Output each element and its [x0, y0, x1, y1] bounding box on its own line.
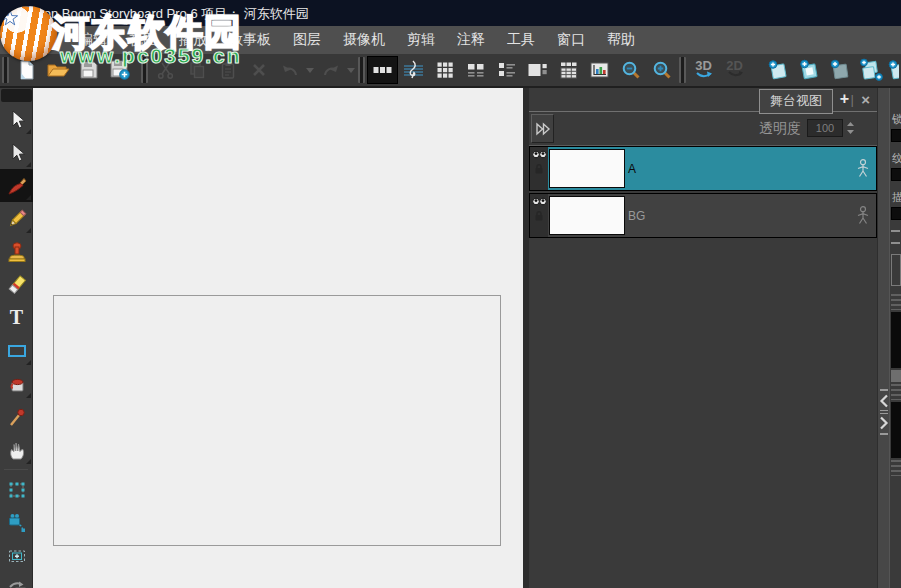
menu-tools[interactable]: 工具 — [498, 27, 544, 53]
close-view-button[interactable]: × — [861, 91, 870, 108]
save-button[interactable] — [73, 56, 104, 84]
pencil-tool-button[interactable] — [0, 202, 33, 235]
hand-tool-button[interactable] — [0, 433, 33, 466]
menu-captions[interactable]: 注释 — [448, 27, 494, 53]
dropper-icon — [6, 406, 28, 428]
menu-clips[interactable]: 剪辑 — [398, 27, 444, 53]
lock-icon[interactable] — [533, 163, 545, 175]
menu-window[interactable]: 窗口 — [548, 27, 594, 53]
tab-stage-view[interactable]: 舞台视图 — [759, 89, 833, 114]
undo-button[interactable] — [274, 56, 305, 84]
menu-play[interactable]: 播放 — [170, 27, 216, 53]
paint-bucket-icon — [6, 373, 28, 395]
paste-button[interactable] — [212, 56, 243, 84]
opacity-input[interactable] — [807, 119, 843, 137]
thumbnails-captions-view-button[interactable] — [460, 56, 491, 84]
list-view-button[interactable] — [491, 56, 522, 84]
menu-storyboard[interactable]: 故事板 — [220, 27, 280, 53]
duplicate-panels-button[interactable] — [855, 56, 886, 84]
paint-tool-button[interactable] — [0, 367, 33, 400]
delete-button[interactable] — [243, 56, 274, 84]
zoom-out-button[interactable] — [615, 56, 646, 84]
create-layer-on-surface-tool-button[interactable] — [0, 539, 33, 572]
pose-character-icon[interactable] — [850, 194, 876, 237]
text-tool-button[interactable]: T — [0, 301, 33, 334]
toolbar-handle[interactable] — [2, 57, 9, 83]
open-project-button[interactable] — [42, 56, 73, 84]
zoom-in-button[interactable] — [646, 56, 677, 84]
clipped-divider — [891, 242, 900, 244]
cut-icon — [156, 60, 175, 80]
new-project-button[interactable] — [11, 56, 42, 84]
timeline-view-button[interactable] — [398, 56, 429, 84]
undo-dropdown-button[interactable] — [305, 56, 315, 84]
toolbar-separator — [141, 57, 148, 83]
pose-character-icon[interactable] — [850, 147, 876, 190]
layer-name[interactable]: A — [625, 147, 850, 190]
chevron-right-icon — [879, 416, 889, 430]
layer-thumbnail[interactable] — [549, 196, 625, 235]
camera-tool-button[interactable] — [0, 506, 33, 539]
clipped-value-swatch[interactable] — [891, 168, 901, 181]
add-transition-button[interactable] — [886, 56, 899, 84]
thumbnails-view-button[interactable] — [367, 56, 398, 84]
tools-toolbar: T — [0, 88, 33, 588]
reposition-layer-tool-button[interactable] — [0, 572, 33, 588]
eraser-tool-button[interactable] — [0, 268, 33, 301]
clipped-value-swatch[interactable] — [891, 129, 901, 142]
toolbar-drag-handle[interactable] — [1, 89, 32, 102]
right-panel-splitter[interactable] — [877, 88, 889, 588]
tool-properties-panel-clipped: 锁 纹 描 — [889, 88, 901, 588]
clipped-preview-swatch[interactable] — [891, 402, 901, 458]
layer-name[interactable]: BG — [625, 194, 850, 237]
visibility-eyes-icon[interactable] — [532, 197, 547, 206]
save-all-button[interactable] — [104, 56, 135, 84]
collapse-right-button[interactable] — [878, 416, 889, 430]
dropdown-caret-icon — [306, 68, 314, 73]
menu-file[interactable]: 文件 — [20, 27, 66, 53]
clipped-value-swatch[interactable] — [891, 207, 901, 220]
chart-view-button[interactable] — [584, 56, 615, 84]
spreadsheet-view-button[interactable] — [553, 56, 584, 84]
clipped-scroll-handle[interactable] — [891, 370, 901, 382]
lock-icon[interactable] — [533, 210, 545, 222]
view-3d-button[interactable]: 3D — [688, 56, 719, 84]
menu-bar: 文件 编辑 视图 播放 故事板 图层 摄像机 剪辑 注释 工具 窗口 帮助 — [0, 26, 901, 54]
redo-button[interactable] — [315, 56, 346, 84]
grid-view-button[interactable] — [429, 56, 460, 84]
tool-flyout-indicator — [26, 228, 31, 233]
application-window: Toon Boom Storyboard Pro 6 项目： 河东软件园 文件 … — [0, 0, 901, 588]
redo-dropdown-button[interactable] — [346, 56, 356, 84]
collapse-left-button[interactable] — [878, 394, 889, 408]
menu-help[interactable]: 帮助 — [598, 27, 644, 53]
layer-thumbnail[interactable] — [549, 149, 625, 188]
layer-row-a[interactable]: A — [529, 146, 877, 191]
transform-tool-button[interactable] — [0, 136, 33, 169]
smart-add-panel-button[interactable] — [824, 56, 855, 84]
thumbnails-view-icon — [372, 60, 393, 80]
brush-tool-button[interactable] — [0, 169, 33, 202]
select-frame-tool-button[interactable] — [0, 473, 33, 506]
new-panel-button[interactable] — [793, 56, 824, 84]
select-tool-button[interactable] — [0, 103, 33, 136]
copy-button[interactable] — [181, 56, 212, 84]
visibility-eyes-icon[interactable] — [532, 150, 547, 159]
dropper-tool-button[interactable] — [0, 400, 33, 433]
menu-camera[interactable]: 摄像机 — [334, 27, 394, 53]
menu-view[interactable]: 视图 — [120, 27, 166, 53]
stamp-tool-button[interactable] — [0, 235, 33, 268]
stage-canvas[interactable] — [33, 88, 523, 588]
new-scene-button[interactable] — [762, 56, 793, 84]
menu-edit[interactable]: 编辑 — [70, 27, 116, 53]
layer-row-bg[interactable]: BG — [529, 193, 877, 238]
opacity-spinner[interactable] — [846, 121, 855, 135]
cut-button[interactable] — [150, 56, 181, 84]
preview-view-button[interactable] — [522, 56, 553, 84]
clipped-preview-swatch[interactable] — [891, 312, 901, 368]
clipped-field[interactable] — [891, 254, 901, 286]
menu-layer[interactable]: 图层 — [284, 27, 330, 53]
view-2d-button[interactable]: 2D — [719, 56, 750, 84]
expand-panel-button[interactable] — [531, 114, 554, 143]
rectangle-tool-button[interactable] — [0, 334, 33, 367]
add-view-button[interactable]: + — [840, 90, 849, 108]
